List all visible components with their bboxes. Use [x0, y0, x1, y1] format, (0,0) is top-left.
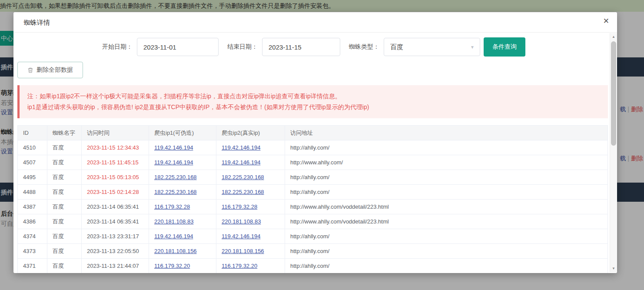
chevron-down-icon: ▼ — [470, 45, 475, 50]
ip1-link[interactable]: 182.225.230.168 — [154, 174, 197, 180]
cell-ip2: 119.42.146.194 — [216, 229, 285, 244]
cell-id: 4510 — [18, 140, 47, 155]
column-header: 爬虫ip2(真实ip) — [216, 126, 285, 140]
ip1-link[interactable]: 119.42.146.194 — [154, 144, 193, 151]
cell-url: http://ahlly.com/ — [285, 244, 608, 259]
cell-id: 4386 — [18, 214, 47, 229]
cell-url: http://ahlly.com/ — [285, 185, 608, 200]
filter-row: 开始日期： 结束日期： 蜘蛛类型： 百度 ▼ 条件查询 — [17, 37, 608, 57]
cell-url: http://ahlly.com/ — [285, 229, 608, 244]
table-row: 4386 百度 2023-11-14 06:35:41 220.181.108.… — [18, 214, 608, 229]
table-header-row: ID蜘蛛名字访问时间爬虫ip1(可伪造)爬虫ip2(真实ip)访问地址 — [18, 126, 608, 140]
notice-line-1: 注：如果ip1跟ip2不一样这个ip极大可能是采集器，扫描程序等非法ip，直接点… — [27, 91, 600, 102]
column-header: 爬虫ip1(可伪造) — [149, 126, 216, 140]
cell-url: http://ahlly.com/ — [285, 170, 608, 185]
cell-ip1: 119.42.146.194 — [149, 229, 216, 244]
column-header: ID — [18, 126, 47, 140]
ip2-link[interactable]: 119.42.146.194 — [222, 144, 260, 151]
cell-ip1: 182.225.230.168 — [149, 170, 216, 185]
cell-ip1: 220.181.108.156 — [149, 244, 216, 259]
ip1-link[interactable]: 116.179.32.28 — [154, 203, 190, 210]
ip2-link[interactable]: 220.181.108.156 — [222, 248, 264, 254]
ip1-link[interactable]: 116.179.32.20 — [154, 263, 190, 269]
notice-line-2: ip1是通过请求头获取的ip，很容易伪造! ip2是直接从TCP中获取的IP，基… — [27, 102, 600, 113]
column-header: 访问地址 — [285, 126, 608, 140]
ip2-link[interactable]: 119.42.146.194 — [222, 233, 260, 240]
end-date-label: 结束日期： — [227, 43, 258, 51]
cell-id: 4387 — [18, 200, 47, 214]
cell-visit-time: 2023-11-15 05:13:05 — [82, 170, 149, 185]
cell-id: 4373 — [18, 244, 47, 259]
start-date-input[interactable] — [137, 38, 219, 56]
cell-visit-time: 2023-11-14 06:35:41 — [82, 214, 149, 229]
cell-id: 4374 — [18, 229, 47, 244]
cell-visit-time: 2023-11-13 21:44:07 — [82, 259, 149, 273]
cell-ip1: 116.179.32.28 — [149, 200, 216, 214]
cell-ip1: 119.42.146.194 — [149, 155, 216, 170]
table-row: 4373 百度 2023-11-13 22:05:50 220.181.108.… — [18, 244, 608, 259]
cell-id: 4488 — [18, 185, 47, 200]
ip1-link[interactable]: 182.225.230.168 — [154, 189, 197, 195]
table-row: 4374 百度 2023-11-13 23:31:17 119.42.146.1… — [18, 229, 608, 244]
query-button[interactable]: 条件查询 — [484, 37, 525, 57]
ip1-link[interactable]: 119.42.146.194 — [154, 233, 193, 240]
delete-all-button[interactable]: 删除全部数据 — [17, 62, 83, 78]
cell-url: http://www.ahlly.com/voddetail/223.html — [285, 214, 608, 229]
cell-id: 4507 — [18, 155, 47, 170]
cell-url: http://ahlly.com/ — [285, 140, 608, 155]
ip2-link[interactable]: 119.42.146.194 — [222, 159, 260, 166]
cell-spider-name: 百度 — [47, 214, 82, 229]
ip2-link[interactable]: 182.225.230.168 — [222, 174, 264, 180]
cell-ip1: 182.225.230.168 — [149, 185, 216, 200]
spider-type-select[interactable]: 百度 ▼ — [384, 38, 480, 56]
spider-table: ID蜘蛛名字访问时间爬虫ip1(可伪造)爬虫ip2(真实ip)访问地址 4510… — [17, 125, 608, 273]
cell-id: 4371 — [18, 259, 47, 273]
start-date-label: 开始日期： — [102, 43, 133, 51]
cell-spider-name: 百度 — [47, 170, 82, 185]
cell-ip1: 116.179.32.20 — [149, 259, 216, 273]
cell-ip2: 182.225.230.168 — [216, 170, 285, 185]
close-icon[interactable]: ✕ — [603, 17, 609, 25]
cell-visit-time: 2023-11-15 12:34:43 — [82, 140, 149, 155]
spider-type-value: 百度 — [390, 43, 403, 51]
modal-header: 蜘蛛详情 ✕ — [13, 12, 617, 33]
cell-spider-name: 百度 — [47, 229, 82, 244]
column-header: 蜘蛛名字 — [47, 126, 82, 140]
cell-ip2: 220.181.108.156 — [216, 244, 285, 259]
cell-id: 4495 — [18, 170, 47, 185]
cell-ip2: 182.225.230.168 — [216, 185, 285, 200]
ip1-link[interactable]: 220.181.108.156 — [154, 248, 197, 254]
cell-ip1: 220.181.108.83 — [149, 214, 216, 229]
ip1-link[interactable]: 119.42.146.194 — [154, 159, 193, 166]
cell-ip2: 119.42.146.194 — [216, 155, 285, 170]
end-date-input[interactable] — [262, 38, 340, 56]
ip2-link[interactable]: 116.179.32.28 — [222, 203, 257, 210]
scroll-down-icon[interactable]: ▼ — [610, 267, 617, 270]
cell-spider-name: 百度 — [47, 155, 82, 170]
ip2-link[interactable]: 116.179.32.20 — [222, 263, 257, 269]
cell-spider-name: 百度 — [47, 244, 82, 259]
table-row: 4495 百度 2023-11-15 05:13:05 182.225.230.… — [18, 170, 608, 185]
cell-ip2: 220.181.108.83 — [216, 214, 285, 229]
cell-ip2: 116.179.32.28 — [216, 200, 285, 214]
table-row: 4387 百度 2023-11-14 06:35:41 116.179.32.2… — [18, 200, 608, 214]
modal-body: 开始日期： 结束日期： 蜘蛛类型： 百度 ▼ 条件查询 删除全部数据 注：如果i… — [13, 33, 610, 273]
cell-ip2: 116.179.32.20 — [216, 259, 285, 273]
trash-icon — [27, 67, 33, 73]
cell-spider-name: 百度 — [47, 200, 82, 214]
delete-all-label: 删除全部数据 — [37, 66, 73, 74]
spider-type-label: 蜘蛛类型： — [349, 43, 379, 51]
ip2-link[interactable]: 182.225.230.168 — [222, 189, 264, 195]
modal-scrollbar[interactable]: ▲ ▼ — [610, 33, 617, 272]
cell-url: http://www.ahlly.com/voddetail/223.html — [285, 200, 608, 214]
cell-url: http://ahlly.com/ — [285, 259, 608, 273]
scrollbar-thumb[interactable] — [611, 41, 616, 146]
scroll-up-icon[interactable]: ▲ — [610, 35, 617, 39]
ip2-link[interactable]: 220.181.108.83 — [222, 218, 261, 225]
ip1-link[interactable]: 220.181.108.83 — [154, 218, 193, 225]
cell-url: http://www.ahlly.com/ — [285, 155, 608, 170]
table-row: 4507 百度 2023-11-15 11:45:15 119.42.146.1… — [18, 155, 608, 170]
cell-visit-time: 2023-11-15 11:45:15 — [82, 155, 149, 170]
modal-title: 蜘蛛详情 — [24, 19, 50, 27]
cell-spider-name: 百度 — [47, 259, 82, 273]
